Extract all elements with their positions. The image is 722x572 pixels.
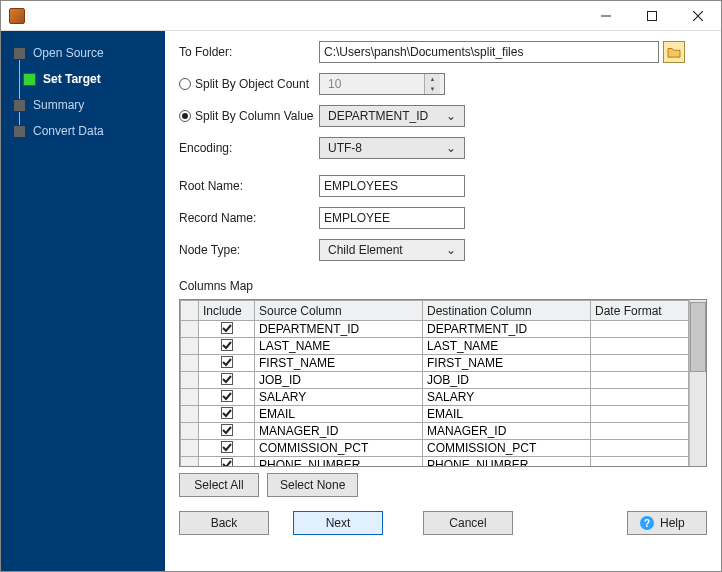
table-row[interactable]: MANAGER_IDMANAGER_ID (181, 423, 689, 440)
include-cell[interactable] (199, 457, 255, 467)
app-icon (9, 8, 25, 24)
include-checkbox[interactable] (221, 390, 233, 402)
columns-map-table: Include Source Column Destination Column… (179, 299, 707, 467)
folder-icon (667, 46, 681, 58)
dateformat-cell[interactable] (591, 389, 689, 406)
table-scrollbar[interactable] (689, 300, 706, 466)
include-cell[interactable] (199, 406, 255, 423)
col-include[interactable]: Include (199, 301, 255, 321)
cancel-button[interactable]: Cancel (423, 511, 513, 535)
to-folder-input[interactable] (319, 41, 659, 63)
dest-cell[interactable]: MANAGER_ID (423, 423, 591, 440)
include-checkbox[interactable] (221, 441, 233, 453)
dateformat-cell[interactable] (591, 321, 689, 338)
table-row[interactable]: JOB_IDJOB_ID (181, 372, 689, 389)
select-none-button[interactable]: Select None (267, 473, 358, 497)
table-row[interactable]: FIRST_NAMEFIRST_NAME (181, 355, 689, 372)
root-name-label: Root Name: (179, 179, 319, 193)
include-cell[interactable] (199, 355, 255, 372)
dest-cell[interactable]: DEPARTMENT_ID (423, 321, 591, 338)
browse-button[interactable] (663, 41, 685, 63)
dateformat-cell[interactable] (591, 457, 689, 467)
wizard-step-open-source[interactable]: Open Source (1, 41, 165, 65)
wizard-step-summary[interactable]: Summary (1, 93, 165, 117)
dest-cell[interactable]: EMAIL (423, 406, 591, 423)
dateformat-cell[interactable] (591, 406, 689, 423)
include-cell[interactable] (199, 440, 255, 457)
dest-cell[interactable]: COMMISSION_PCT (423, 440, 591, 457)
col-dateformat[interactable]: Date Format (591, 301, 689, 321)
include-checkbox[interactable] (221, 339, 233, 351)
close-button[interactable] (675, 1, 721, 31)
source-cell[interactable]: COMMISSION_PCT (255, 440, 423, 457)
table-row[interactable]: SALARYSALARY (181, 389, 689, 406)
select-all-button[interactable]: Select All (179, 473, 259, 497)
dateformat-cell[interactable] (591, 423, 689, 440)
next-button[interactable]: Next (293, 511, 383, 535)
include-checkbox[interactable] (221, 373, 233, 385)
back-button[interactable]: Back (179, 511, 269, 535)
help-icon: ? (640, 516, 654, 530)
split-column-select[interactable]: DEPARTMENT_ID ⌄ (319, 105, 465, 127)
source-cell[interactable]: JOB_ID (255, 372, 423, 389)
columns-map-title: Columns Map (179, 279, 707, 293)
source-cell[interactable]: MANAGER_ID (255, 423, 423, 440)
include-checkbox[interactable] (221, 356, 233, 368)
dest-cell[interactable]: JOB_ID (423, 372, 591, 389)
split-by-column-option[interactable]: Split By Column Value (179, 109, 319, 123)
maximize-button[interactable] (629, 1, 675, 31)
row-header (181, 406, 199, 423)
row-header (181, 321, 199, 338)
source-cell[interactable]: SALARY (255, 389, 423, 406)
dateformat-cell[interactable] (591, 440, 689, 457)
col-dest[interactable]: Destination Column (423, 301, 591, 321)
col-source[interactable]: Source Column (255, 301, 423, 321)
record-name-label: Record Name: (179, 211, 319, 225)
table-row[interactable]: COMMISSION_PCTCOMMISSION_PCT (181, 440, 689, 457)
dest-cell[interactable]: LAST_NAME (423, 338, 591, 355)
source-cell[interactable]: DEPARTMENT_ID (255, 321, 423, 338)
chevron-down-icon: ⌄ (442, 141, 460, 155)
source-cell[interactable]: PHONE_NUMBER (255, 457, 423, 467)
include-cell[interactable] (199, 423, 255, 440)
main-panel: To Folder: Split By Object Count 10 ▲▼ S… (165, 31, 721, 571)
wizard-step-convert-data[interactable]: Convert Data (1, 119, 165, 143)
wizard-step-set-target[interactable]: Set Target (1, 67, 165, 91)
split-by-count-option[interactable]: Split By Object Count (179, 77, 319, 91)
dest-cell[interactable]: PHONE_NUMBER (423, 457, 591, 467)
encoding-select[interactable]: UTF-8 ⌄ (319, 137, 465, 159)
include-checkbox[interactable] (221, 458, 233, 466)
row-header (181, 355, 199, 372)
root-name-input[interactable] (319, 175, 465, 197)
source-cell[interactable]: EMAIL (255, 406, 423, 423)
include-cell[interactable] (199, 338, 255, 355)
dateformat-cell[interactable] (591, 372, 689, 389)
minimize-button[interactable] (583, 1, 629, 31)
scrollbar-thumb[interactable] (690, 302, 706, 372)
table-row[interactable]: LAST_NAMELAST_NAME (181, 338, 689, 355)
include-cell[interactable] (199, 389, 255, 406)
node-type-select[interactable]: Child Element ⌄ (319, 239, 465, 261)
dateformat-cell[interactable] (591, 355, 689, 372)
source-cell[interactable]: LAST_NAME (255, 338, 423, 355)
source-cell[interactable]: FIRST_NAME (255, 355, 423, 372)
table-row[interactable]: DEPARTMENT_IDDEPARTMENT_ID (181, 321, 689, 338)
table-row[interactable]: EMAILEMAIL (181, 406, 689, 423)
include-checkbox[interactable] (221, 424, 233, 436)
include-cell[interactable] (199, 321, 255, 338)
wizard-step-label: Convert Data (33, 124, 104, 138)
table-row[interactable]: PHONE_NUMBERPHONE_NUMBER (181, 457, 689, 467)
spinner-up[interactable]: ▲ (425, 74, 440, 84)
radio-split-count[interactable] (179, 78, 191, 90)
dest-cell[interactable]: SALARY (423, 389, 591, 406)
radio-split-column[interactable] (179, 110, 191, 122)
help-button[interactable]: ? Help (627, 511, 707, 535)
dateformat-cell[interactable] (591, 338, 689, 355)
include-checkbox[interactable] (221, 407, 233, 419)
include-checkbox[interactable] (221, 322, 233, 334)
object-count-spinner[interactable]: 10 ▲▼ (319, 73, 445, 95)
dest-cell[interactable]: FIRST_NAME (423, 355, 591, 372)
spinner-down[interactable]: ▼ (425, 84, 440, 94)
include-cell[interactable] (199, 372, 255, 389)
record-name-input[interactable] (319, 207, 465, 229)
